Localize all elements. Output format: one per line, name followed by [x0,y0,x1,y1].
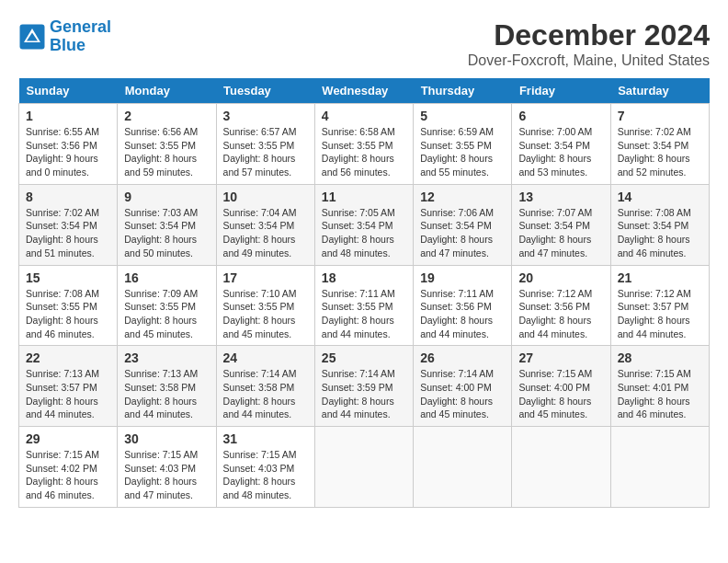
calendar-cell: 31Sunrise: 7:15 AMSunset: 4:03 PMDayligh… [216,427,314,508]
column-header-wednesday: Wednesday [314,78,413,104]
day-info: Sunrise: 7:14 AMSunset: 3:59 PMDaylight:… [322,367,406,421]
calendar-cell: 24Sunrise: 7:14 AMSunset: 3:58 PMDayligh… [216,346,314,427]
day-number: 27 [518,350,603,365]
day-info: Sunrise: 7:11 AMSunset: 3:56 PMDaylight:… [420,287,505,341]
calendar-cell: 21Sunrise: 7:12 AMSunset: 3:57 PMDayligh… [610,265,709,346]
calendar-cell: 7Sunrise: 7:02 AMSunset: 3:54 PMDaylight… [610,104,709,185]
logo: General Blue [18,18,111,55]
column-header-sunday: Sunday [19,78,118,104]
calendar-cell: 22Sunrise: 7:13 AMSunset: 3:57 PMDayligh… [19,346,118,427]
calendar-cell: 11Sunrise: 7:05 AMSunset: 3:54 PMDayligh… [314,184,413,265]
calendar-week-5: 29Sunrise: 7:15 AMSunset: 4:02 PMDayligh… [19,427,710,508]
day-info: Sunrise: 6:56 AMSunset: 3:55 PMDaylight:… [124,125,209,179]
day-info: Sunrise: 7:02 AMSunset: 3:54 PMDaylight:… [618,125,702,179]
day-info: Sunrise: 7:15 AMSunset: 4:01 PMDaylight:… [618,367,702,421]
calendar-cell: 23Sunrise: 7:13 AMSunset: 3:58 PMDayligh… [118,346,216,427]
day-info: Sunrise: 6:57 AMSunset: 3:55 PMDaylight:… [223,125,308,179]
calendar-cell: 6Sunrise: 7:00 AMSunset: 3:54 PMDaylight… [512,104,610,185]
calendar-cell [512,427,610,508]
day-info: Sunrise: 7:06 AMSunset: 3:54 PMDaylight:… [420,206,505,260]
calendar-cell: 2Sunrise: 6:56 AMSunset: 3:55 PMDaylight… [118,104,216,185]
day-info: Sunrise: 6:55 AMSunset: 3:56 PMDaylight:… [26,125,110,179]
page-header: General Blue December 2024 Dover-Foxcrof… [18,18,710,69]
day-info: Sunrise: 7:15 AMSunset: 4:02 PMDaylight:… [26,448,110,502]
calendar-cell: 26Sunrise: 7:14 AMSunset: 4:00 PMDayligh… [414,346,512,427]
calendar-cell: 3Sunrise: 6:57 AMSunset: 3:55 PMDaylight… [216,104,314,185]
day-number: 18 [322,270,406,285]
calendar-cell: 12Sunrise: 7:06 AMSunset: 3:54 PMDayligh… [414,184,512,265]
day-number: 31 [223,431,308,446]
calendar-cell [610,427,709,508]
day-number: 22 [26,350,110,365]
calendar-cell: 30Sunrise: 7:15 AMSunset: 4:03 PMDayligh… [118,427,216,508]
calendar-cell: 1Sunrise: 6:55 AMSunset: 3:56 PMDaylight… [19,104,118,185]
day-info: Sunrise: 7:10 AMSunset: 3:55 PMDaylight:… [223,287,308,341]
page-title: December 2024 [468,18,710,52]
calendar-cell: 16Sunrise: 7:09 AMSunset: 3:55 PMDayligh… [118,265,216,346]
day-info: Sunrise: 7:09 AMSunset: 3:55 PMDaylight:… [124,287,209,341]
calendar-week-3: 15Sunrise: 7:08 AMSunset: 3:55 PMDayligh… [19,265,710,346]
day-number: 2 [124,109,209,123]
calendar-cell: 27Sunrise: 7:15 AMSunset: 4:00 PMDayligh… [512,346,610,427]
day-number: 10 [223,190,308,204]
day-info: Sunrise: 7:08 AMSunset: 3:54 PMDaylight:… [618,206,702,260]
day-number: 14 [618,190,702,204]
calendar-cell: 13Sunrise: 7:07 AMSunset: 3:54 PMDayligh… [512,184,610,265]
calendar-week-4: 22Sunrise: 7:13 AMSunset: 3:57 PMDayligh… [19,346,710,427]
logo-text: General Blue [50,18,111,55]
day-number: 13 [518,190,603,204]
day-number: 20 [518,270,603,285]
calendar-cell: 29Sunrise: 7:15 AMSunset: 4:02 PMDayligh… [19,427,118,508]
day-number: 6 [518,109,603,123]
calendar-week-1: 1Sunrise: 6:55 AMSunset: 3:56 PMDaylight… [19,104,710,185]
day-info: Sunrise: 7:08 AMSunset: 3:55 PMDaylight:… [26,287,110,341]
calendar-cell: 5Sunrise: 6:59 AMSunset: 3:55 PMDaylight… [414,104,512,185]
calendar-cell: 18Sunrise: 7:11 AMSunset: 3:55 PMDayligh… [314,265,413,346]
calendar-cell: 14Sunrise: 7:08 AMSunset: 3:54 PMDayligh… [610,184,709,265]
calendar-cell [414,427,512,508]
calendar-cell: 10Sunrise: 7:04 AMSunset: 3:54 PMDayligh… [216,184,314,265]
calendar-cell: 9Sunrise: 7:03 AMSunset: 3:54 PMDaylight… [118,184,216,265]
day-info: Sunrise: 7:12 AMSunset: 3:56 PMDaylight:… [518,287,603,341]
day-info: Sunrise: 7:12 AMSunset: 3:57 PMDaylight:… [618,287,702,341]
day-number: 21 [618,270,702,285]
column-header-saturday: Saturday [610,78,709,104]
calendar-week-2: 8Sunrise: 7:02 AMSunset: 3:54 PMDaylight… [19,184,710,265]
day-info: Sunrise: 7:03 AMSunset: 3:54 PMDaylight:… [124,206,209,260]
day-info: Sunrise: 7:00 AMSunset: 3:54 PMDaylight:… [518,125,603,179]
logo-line2: Blue [50,36,85,54]
calendar-cell [314,427,413,508]
day-number: 24 [223,350,308,365]
day-info: Sunrise: 7:14 AMSunset: 4:00 PMDaylight:… [420,367,505,421]
day-info: Sunrise: 7:04 AMSunset: 3:54 PMDaylight:… [223,206,308,260]
calendar-cell: 8Sunrise: 7:02 AMSunset: 3:54 PMDaylight… [19,184,118,265]
column-header-tuesday: Tuesday [216,78,314,104]
day-info: Sunrise: 7:14 AMSunset: 3:58 PMDaylight:… [223,367,308,421]
day-info: Sunrise: 7:11 AMSunset: 3:55 PMDaylight:… [322,287,406,341]
day-number: 15 [26,270,110,285]
day-number: 30 [124,431,209,446]
calendar-cell: 19Sunrise: 7:11 AMSunset: 3:56 PMDayligh… [414,265,512,346]
calendar-cell: 28Sunrise: 7:15 AMSunset: 4:01 PMDayligh… [610,346,709,427]
day-info: Sunrise: 7:15 AMSunset: 4:00 PMDaylight:… [518,367,603,421]
day-info: Sunrise: 7:13 AMSunset: 3:58 PMDaylight:… [124,367,209,421]
day-number: 5 [420,109,505,123]
day-number: 23 [124,350,209,365]
calendar-cell: 4Sunrise: 6:58 AMSunset: 3:55 PMDaylight… [314,104,413,185]
day-number: 17 [223,270,308,285]
column-header-friday: Friday [512,78,610,104]
day-info: Sunrise: 6:58 AMSunset: 3:55 PMDaylight:… [322,125,406,179]
calendar-cell: 15Sunrise: 7:08 AMSunset: 3:55 PMDayligh… [19,265,118,346]
logo-line1: General [50,17,111,36]
day-number: 19 [420,270,505,285]
day-number: 25 [322,350,406,365]
calendar-table: SundayMondayTuesdayWednesdayThursdayFrid… [18,78,710,508]
day-number: 28 [618,350,702,365]
day-number: 3 [223,109,308,123]
day-info: Sunrise: 7:05 AMSunset: 3:54 PMDaylight:… [322,206,406,260]
day-number: 7 [618,109,702,123]
day-info: Sunrise: 7:15 AMSunset: 4:03 PMDaylight:… [223,448,308,502]
calendar-cell: 25Sunrise: 7:14 AMSunset: 3:59 PMDayligh… [314,346,413,427]
calendar-cell: 20Sunrise: 7:12 AMSunset: 3:56 PMDayligh… [512,265,610,346]
day-info: Sunrise: 6:59 AMSunset: 3:55 PMDaylight:… [420,125,505,179]
